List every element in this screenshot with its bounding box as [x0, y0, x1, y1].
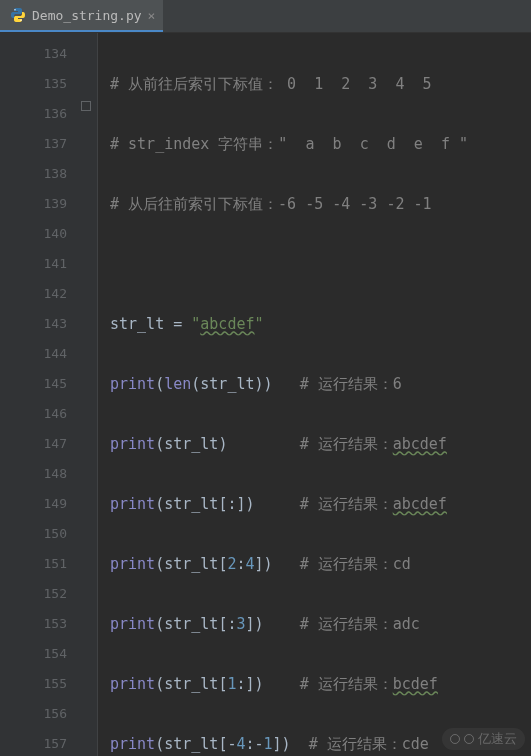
logo-icon	[450, 734, 460, 744]
python-file-icon	[10, 7, 26, 23]
fold-indicator-icon[interactable]	[81, 101, 91, 111]
line-number: 151	[0, 549, 67, 579]
line-number: 148	[0, 459, 67, 489]
code-editor[interactable]: 1341351361371381391401411421431441451461…	[0, 33, 531, 756]
line-number: 134	[0, 39, 67, 69]
line-number: 141	[0, 249, 67, 279]
line-number: 157	[0, 729, 67, 756]
watermark-text: 亿速云	[478, 730, 517, 748]
line-number: 136	[0, 99, 67, 129]
line-number: 135	[0, 69, 67, 99]
line-number: 150	[0, 519, 67, 549]
line-number: 149	[0, 489, 67, 519]
line-number: 138	[0, 159, 67, 189]
line-number: 145	[0, 369, 67, 399]
line-number: 144	[0, 339, 67, 369]
tab-filename: Demo_string.py	[32, 8, 142, 23]
line-number: 139	[0, 189, 67, 219]
line-number: 140	[0, 219, 67, 249]
line-number: 146	[0, 399, 67, 429]
line-number-gutter: 1341351361371381391401411421431441451461…	[0, 33, 98, 756]
line-number: 142	[0, 279, 67, 309]
tab-bar: Demo_string.py ×	[0, 0, 531, 33]
line-number: 152	[0, 579, 67, 609]
code-area[interactable]: # 从前往后索引下标值： 0 1 2 3 4 5 # str_index 字符串…	[98, 33, 531, 756]
file-tab[interactable]: Demo_string.py ×	[0, 0, 163, 32]
line-number: 154	[0, 639, 67, 669]
close-icon[interactable]: ×	[148, 8, 156, 23]
logo-icon	[464, 734, 474, 744]
line-number: 155	[0, 669, 67, 699]
svg-point-1	[20, 20, 21, 21]
line-number: 156	[0, 699, 67, 729]
line-number: 143	[0, 309, 67, 339]
line-number: 147	[0, 429, 67, 459]
watermark: 亿速云	[442, 728, 525, 750]
svg-point-0	[14, 9, 15, 10]
line-number: 153	[0, 609, 67, 639]
line-number: 137	[0, 129, 67, 159]
